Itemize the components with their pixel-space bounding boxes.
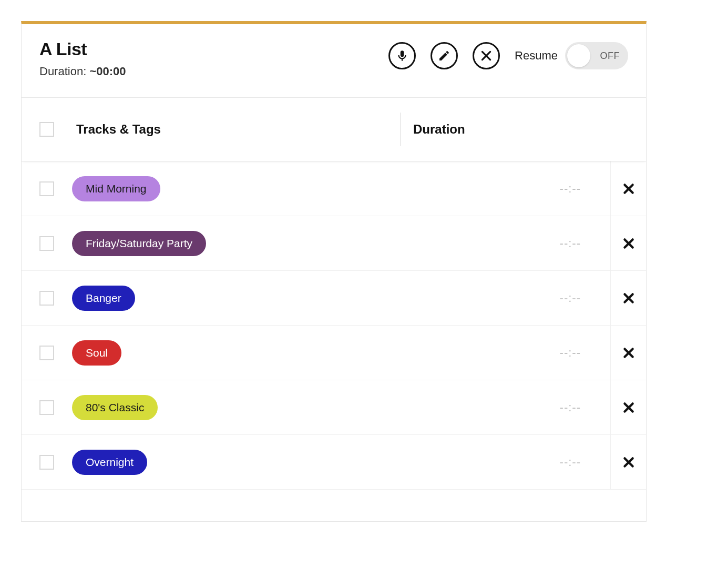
column-separator	[400, 113, 401, 146]
page-title: A List	[39, 39, 126, 59]
row-delete-button[interactable]	[610, 435, 646, 489]
row-duration: --:--	[487, 237, 610, 250]
edit-button[interactable]	[431, 42, 458, 69]
select-all-checkbox[interactable]	[39, 122, 54, 137]
table-row: Mid Morning--:--	[22, 161, 646, 216]
duration-value: ~00:00	[89, 65, 126, 78]
toggle-state-text: OFF	[600, 50, 620, 62]
row-tag-cell: Overnight	[72, 450, 487, 475]
table-row: Overnight--:--	[22, 435, 646, 490]
row-check-cell	[22, 346, 72, 360]
header-left: A List Duration: ~00:00	[39, 39, 126, 78]
pencil-icon	[438, 49, 450, 62]
table-row: Banger--:--	[22, 271, 646, 326]
close-icon	[622, 401, 636, 414]
tag-pill[interactable]: Overnight	[72, 450, 147, 475]
tag-pill[interactable]: 80's Classic	[72, 395, 158, 420]
close-icon	[622, 237, 636, 250]
close-icon	[479, 49, 493, 63]
resume-toggle[interactable]: OFF	[565, 42, 628, 69]
row-duration: --:--	[487, 291, 610, 305]
close-icon	[622, 455, 636, 469]
row-checkbox[interactable]	[39, 400, 54, 415]
row-tag-cell: Mid Morning	[72, 176, 487, 201]
row-delete-button[interactable]	[610, 380, 646, 434]
close-icon	[622, 291, 636, 305]
row-tag-cell: 80's Classic	[72, 395, 487, 420]
row-checkbox[interactable]	[39, 291, 54, 306]
close-button[interactable]	[473, 42, 500, 69]
column-tracks-tags: Tracks & Tags	[54, 122, 396, 137]
row-check-cell	[22, 181, 72, 196]
tag-pill[interactable]: Friday/Saturday Party	[72, 231, 206, 256]
tag-pill[interactable]: Banger	[72, 286, 135, 311]
table-row: 80's Classic--:--	[22, 380, 646, 435]
row-checkbox[interactable]	[39, 181, 54, 196]
row-duration: --:--	[487, 346, 610, 360]
close-icon	[622, 182, 636, 196]
panel-footer	[22, 490, 646, 521]
row-check-cell	[22, 291, 72, 306]
row-duration: --:--	[487, 401, 610, 414]
row-duration: --:--	[487, 455, 610, 469]
close-icon	[622, 346, 636, 360]
row-checkbox[interactable]	[39, 455, 54, 470]
row-delete-button[interactable]	[610, 271, 646, 325]
row-check-cell	[22, 455, 72, 470]
tag-pill[interactable]: Mid Morning	[72, 176, 160, 201]
duration-label: Duration:	[39, 65, 89, 78]
row-tag-cell: Banger	[72, 286, 487, 311]
row-delete-button[interactable]	[610, 216, 646, 270]
header-actions: Resume OFF	[388, 39, 628, 69]
row-delete-button[interactable]	[610, 326, 646, 380]
total-duration: Duration: ~00:00	[39, 65, 126, 78]
resume-label: Resume	[515, 49, 558, 63]
resume-control: Resume OFF	[515, 42, 628, 69]
table-row: Soul--:--	[22, 326, 646, 380]
row-checkbox[interactable]	[39, 346, 54, 360]
column-header-row: Tracks & Tags Duration	[22, 97, 646, 161]
microphone-button[interactable]	[388, 42, 416, 69]
row-check-cell	[22, 400, 72, 415]
row-checkbox[interactable]	[39, 236, 54, 251]
row-delete-button[interactable]	[610, 161, 646, 216]
panel-header: A List Duration: ~00:00	[22, 24, 646, 97]
row-duration: --:--	[487, 182, 610, 196]
row-check-cell	[22, 236, 72, 251]
row-tag-cell: Soul	[72, 340, 487, 366]
column-duration: Duration	[413, 122, 465, 137]
rows-container: Mid Morning--:--Friday/Saturday Party--:…	[22, 161, 646, 490]
microphone-icon	[395, 49, 409, 63]
playlist-panel: A List Duration: ~00:00	[21, 21, 647, 522]
row-tag-cell: Friday/Saturday Party	[72, 231, 487, 256]
toggle-knob	[567, 44, 590, 67]
tag-pill[interactable]: Soul	[72, 340, 121, 366]
table-row: Friday/Saturday Party--:--	[22, 216, 646, 271]
